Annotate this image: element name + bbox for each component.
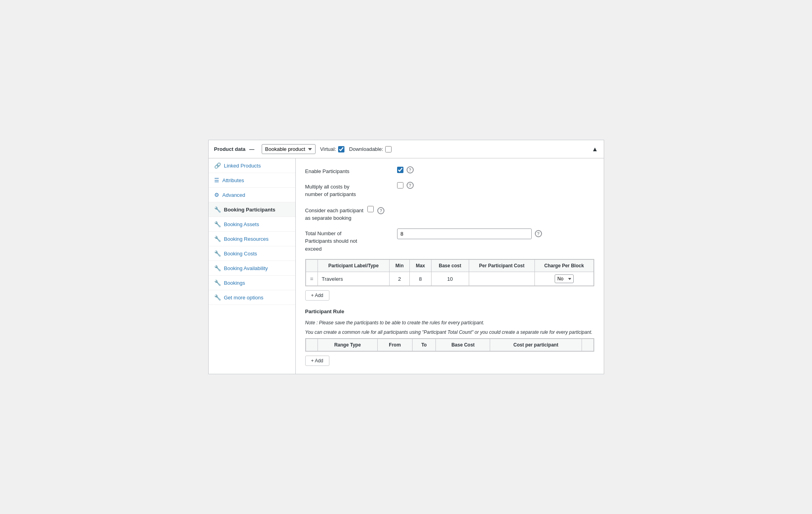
sidebar-item-booking-availability[interactable]: 🔧 Booking Availability bbox=[209, 261, 295, 276]
total-participants-help-icon: ? bbox=[535, 230, 542, 237]
downloadable-field: Downloadable: bbox=[349, 146, 392, 152]
gear-icon: ⚙ bbox=[214, 192, 219, 198]
add-rule-button[interactable]: + Add bbox=[305, 356, 329, 366]
rule-col-from: From bbox=[378, 339, 413, 351]
sidebar: 🔗 Linked Products ☰ Attributes ⚙ Advance… bbox=[209, 158, 296, 374]
wrench-icon-costs: 🔧 bbox=[214, 250, 221, 257]
total-participants-input[interactable] bbox=[397, 228, 532, 239]
panel-header: Product data — Bookable product Virtual:… bbox=[209, 140, 604, 158]
product-type-select[interactable]: Bookable product bbox=[262, 144, 316, 154]
min-cell[interactable]: 2 bbox=[390, 272, 410, 286]
virtual-field: Virtual: bbox=[320, 146, 344, 152]
sidebar-item-booking-assets[interactable]: 🔧 Booking Assets bbox=[209, 217, 295, 232]
sidebar-item-get-more-options[interactable]: 🔧 Get more options bbox=[209, 290, 295, 305]
consider-participant-label: Consider each participant ? as separate … bbox=[305, 205, 392, 222]
rule-table-wrapper: Range Type From To Base Cost Cost per pa… bbox=[305, 338, 594, 352]
consider-participant-row: Consider each participant ? as separate … bbox=[305, 205, 594, 222]
base-cost-cell[interactable]: 10 bbox=[431, 272, 469, 286]
participants-table-wrapper: Participant Label/Type Min Max Base cost… bbox=[305, 259, 594, 286]
sidebar-item-bookings[interactable]: 🔧 Bookings bbox=[209, 276, 295, 290]
col-charge-per-block: Charge Per Block bbox=[535, 260, 593, 272]
col-base-cost: Base cost bbox=[431, 260, 469, 272]
total-participants-label: Total Number of Participants should not … bbox=[305, 228, 392, 253]
col-per-participant-cost: Per Participant Cost bbox=[469, 260, 534, 272]
product-data-panel: Product data — Bookable product Virtual:… bbox=[208, 140, 604, 374]
downloadable-checkbox[interactable] bbox=[385, 146, 392, 152]
rule-col-range-type: Range Type bbox=[318, 339, 378, 351]
wrench-icon-more: 🔧 bbox=[214, 294, 221, 301]
per-participant-cost-cell[interactable] bbox=[469, 272, 534, 286]
consider-participant-checkbox[interactable] bbox=[367, 206, 374, 212]
sidebar-item-advanced[interactable]: ⚙ Advanced bbox=[209, 188, 295, 202]
drag-handle-cell: ≡ bbox=[306, 272, 318, 286]
sidebar-item-booking-resources[interactable]: 🔧 Booking Resources bbox=[209, 232, 295, 246]
participant-label-cell[interactable]: Travelers bbox=[318, 272, 390, 286]
drag-handle-icon: ≡ bbox=[310, 276, 313, 282]
collapse-button[interactable]: ▲ bbox=[592, 146, 598, 153]
multiply-costs-checkbox[interactable] bbox=[397, 182, 403, 188]
wrench-icon-assets: 🔧 bbox=[214, 221, 221, 227]
rule-col-to: To bbox=[412, 339, 436, 351]
total-participants-row: Total Number of Participants should not … bbox=[305, 228, 594, 253]
virtual-checkbox[interactable] bbox=[338, 146, 344, 152]
participant-rule-note2: You can create a common rule for all par… bbox=[305, 329, 594, 336]
panel-title: Product data — bbox=[214, 146, 257, 152]
participants-table: Participant Label/Type Min Max Base cost… bbox=[306, 259, 594, 286]
sidebar-item-booking-participants[interactable]: 🔧 Booking Participants bbox=[209, 202, 295, 217]
enable-participants-checkbox[interactable] bbox=[397, 167, 403, 173]
add-participant-button[interactable]: + Add bbox=[305, 290, 329, 301]
rule-col-base-cost: Base Cost bbox=[436, 339, 490, 351]
rule-col-actions bbox=[582, 339, 593, 351]
rule-table: Range Type From To Base Cost Cost per pa… bbox=[306, 339, 594, 351]
rule-col-cost-per-participant: Cost per participant bbox=[490, 339, 582, 351]
charge-per-block-select[interactable]: No Yes bbox=[555, 274, 574, 283]
list-icon: ☰ bbox=[214, 177, 219, 183]
enable-participants-label: Enable Participants bbox=[305, 166, 392, 175]
multiply-costs-help-icon: ? bbox=[407, 182, 414, 189]
multiply-costs-control: ? bbox=[397, 182, 414, 189]
multiply-costs-row: Multiply all costs by number of particip… bbox=[305, 182, 594, 198]
col-label-type: Participant Label/Type bbox=[318, 260, 390, 272]
col-min: Min bbox=[390, 260, 410, 272]
wrench-icon-participants: 🔧 bbox=[214, 206, 221, 213]
multiply-costs-label: Multiply all costs by number of particip… bbox=[305, 182, 392, 198]
col-drag bbox=[306, 260, 318, 272]
table-row: ≡ Travelers 2 8 bbox=[306, 272, 593, 286]
enable-participants-control: ? bbox=[397, 166, 414, 173]
participant-rule-note1: Note : Please save the participants to b… bbox=[305, 319, 594, 326]
panel-body: 🔗 Linked Products ☰ Attributes ⚙ Advance… bbox=[209, 158, 604, 374]
wrench-icon-availability: 🔧 bbox=[214, 265, 221, 271]
charge-per-block-cell[interactable]: No Yes bbox=[535, 272, 593, 286]
sidebar-item-booking-costs[interactable]: 🔧 Booking Costs bbox=[209, 246, 295, 261]
max-cell[interactable]: 8 bbox=[410, 272, 431, 286]
sidebar-item-linked-products[interactable]: 🔗 Linked Products bbox=[209, 158, 295, 173]
total-participants-control: ? bbox=[397, 228, 542, 239]
wrench-icon-resources: 🔧 bbox=[214, 236, 221, 242]
wrench-icon-bookings: 🔧 bbox=[214, 280, 221, 286]
link-icon: 🔗 bbox=[214, 162, 221, 169]
rule-col-drag bbox=[306, 339, 318, 351]
consider-participant-help-icon: ? bbox=[377, 207, 384, 214]
main-content: Enable Participants ? Multiply all costs… bbox=[296, 158, 604, 374]
sidebar-item-attributes[interactable]: ☰ Attributes bbox=[209, 173, 295, 188]
enable-participants-help-icon: ? bbox=[407, 166, 414, 173]
participant-rule-title: Participant Rule bbox=[305, 308, 594, 314]
col-max: Max bbox=[410, 260, 431, 272]
enable-participants-row: Enable Participants ? bbox=[305, 166, 594, 175]
